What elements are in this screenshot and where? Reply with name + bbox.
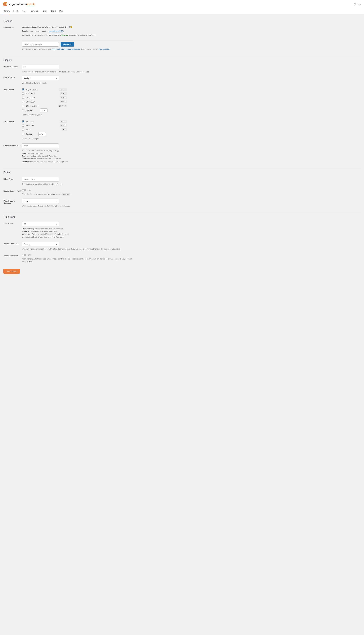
date-format-option: May 24, 2024 F j, Y xyxy=(22,88,67,91)
max-events-input[interactable] xyxy=(22,65,59,69)
default-event-calendar-desc: When adding a new Event, this Calendar w… xyxy=(22,205,113,208)
upgrade-link[interactable]: upgrading to PRO xyxy=(49,30,63,32)
start-of-week-desc: Select the first day of the week. xyxy=(22,82,113,84)
time-format-radio-0[interactable] xyxy=(22,120,24,123)
code-badge: F j, Y xyxy=(59,88,67,91)
license-line3: As a valued Sugar Calendar Lite user you… xyxy=(22,34,133,37)
license-line2: To unlock more features, consider upgrad… xyxy=(22,30,133,33)
editor-type-select[interactable]: Classic Editor⌄ xyxy=(22,177,59,181)
chevron-down-icon: ⌄ xyxy=(56,243,57,245)
license-title: License xyxy=(4,20,360,23)
time-format-custom-input[interactable] xyxy=(38,132,46,136)
code-badge: jS F, Y xyxy=(58,105,67,107)
license-key-input[interactable] xyxy=(22,42,59,47)
enable-custom-fields-desc: Allow developers to extend post types th… xyxy=(22,193,113,196)
help-icon xyxy=(354,3,356,5)
max-events-label: Maximum Events xyxy=(4,65,22,68)
license-help: Your license key can be found in your Su… xyxy=(22,48,133,51)
date-format-option: 05/24/2024 m/d/Y xyxy=(22,96,67,99)
tab-payments[interactable]: Payments xyxy=(30,8,38,14)
help-link[interactable]: Help xyxy=(354,3,360,5)
date-format-option: 24/05/2024 d/m/Y xyxy=(22,100,67,103)
default-time-zone-desc: When time zones are enabled, new Events … xyxy=(22,248,133,250)
enable-custom-fields-state: OFF xyxy=(28,189,31,191)
time-format-radio-custom[interactable] xyxy=(22,133,24,135)
signup-link[interactable]: Sign up today! xyxy=(99,48,110,50)
time-zones-select[interactable]: Off⌄ xyxy=(22,222,59,226)
visitor-conversion-label: Visitor Conversion xyxy=(4,254,22,257)
date-format-option: 2024-05-24 Y-m-d xyxy=(22,92,67,95)
chevron-down-icon: ⌄ xyxy=(56,200,57,202)
chevron-down-icon: ⌄ xyxy=(56,223,57,225)
time-format-preview: Looks Like: 11:16 pm xyxy=(22,137,113,140)
editor-type-label: Editor Type xyxy=(4,177,22,180)
editing-title: Editing xyxy=(4,171,360,174)
time-format-radio-1[interactable] xyxy=(22,124,24,127)
tab-general[interactable]: General xyxy=(4,8,10,14)
tabs-nav: General Feeds Maps Payments Tickets Zapi… xyxy=(0,8,364,14)
visitor-conversion-toggle[interactable] xyxy=(22,254,26,256)
license-line1: You're using Sugar Calendar Lite - no li… xyxy=(22,26,133,29)
date-format-radio-1[interactable] xyxy=(22,92,24,95)
date-format-preview: Looks Like: May 24, 2024 xyxy=(22,114,113,116)
calendar-day-colors-label: Calendar Day Colors xyxy=(4,143,22,146)
time-format-option: 11:16 PM g:i A xyxy=(22,124,67,127)
code-badge: d/m/Y xyxy=(60,101,67,103)
date-format-radio-0[interactable] xyxy=(22,88,24,91)
date-format-label: Date Format xyxy=(4,88,22,91)
time-format-radio-2[interactable] xyxy=(22,129,24,131)
chevron-down-icon: ⌄ xyxy=(56,178,57,180)
logo: sugarcalendarevents xyxy=(4,2,35,6)
svg-point-1 xyxy=(355,5,355,5)
date-format-radio-4[interactable] xyxy=(22,105,24,107)
verify-key-button[interactable]: Verify Key xyxy=(60,42,74,47)
time-format-option-custom: Custom xyxy=(22,132,67,136)
enable-custom-fields-toggle[interactable] xyxy=(22,189,26,191)
visitor-conversion-state: OFF xyxy=(28,254,31,256)
calendar-icon xyxy=(4,2,7,6)
code-badge: g:i A xyxy=(60,124,67,127)
default-event-calendar-label: Default Event Calendar xyxy=(4,199,22,204)
tab-zapier[interactable]: Zapier xyxy=(51,8,56,14)
logo-text: sugarcalendarevents xyxy=(8,3,35,6)
default-event-calendar-select[interactable]: Events⌄ xyxy=(22,199,59,203)
code-badge: m/d/Y xyxy=(60,96,67,99)
start-of-week-label: Start of Week xyxy=(4,76,22,79)
display-title: Display xyxy=(4,59,360,62)
timezone-title: Time Zone xyxy=(4,215,360,218)
time-format-label: Time Format xyxy=(4,120,22,123)
save-settings-button[interactable]: Save Settings xyxy=(4,269,20,273)
calendar-day-colors-select[interactable]: Blend⌄ xyxy=(22,143,59,148)
code-badge: g:i a xyxy=(60,120,67,123)
tab-maps[interactable]: Maps xyxy=(22,8,26,14)
max-events-desc: Number of events to include in any theme… xyxy=(22,71,113,73)
editor-type-desc: The interface to use when adding or edit… xyxy=(22,183,113,186)
visitor-conversion-desc: Attempts to update theme-side Event time… xyxy=(22,258,133,263)
tab-misc[interactable]: Misc xyxy=(60,8,63,14)
start-of-week-select[interactable]: Sunday⌄ xyxy=(22,76,59,80)
license-key-label: License Key xyxy=(4,26,22,29)
date-format-radio-custom[interactable] xyxy=(22,109,24,111)
time-format-option: 11:16 pm g:i a xyxy=(22,120,67,123)
code-badge: Y-m-d xyxy=(60,92,67,95)
default-time-zone-select[interactable]: Floating⌄ xyxy=(22,242,59,246)
account-dashboard-link[interactable]: Sugar Calendar Account Dashboard xyxy=(52,48,80,50)
tab-feeds[interactable]: Feeds xyxy=(13,8,18,14)
default-time-zone-label: Default Time Zone xyxy=(4,242,22,245)
chevron-down-icon: ⌄ xyxy=(56,145,57,147)
time-zones-desc: Off by default (Existing time zone data … xyxy=(22,227,113,239)
date-format-option-custom: Custom xyxy=(22,109,67,112)
time-zones-label: Time Zones xyxy=(4,222,22,225)
date-format-custom-input[interactable] xyxy=(40,109,48,112)
chevron-down-icon: ⌄ xyxy=(56,77,57,79)
date-format-radio-3[interactable] xyxy=(22,101,24,103)
date-format-option: 24th May, 2024 jS F, Y xyxy=(22,104,67,108)
enable-custom-fields-label: Enable Custom Fields xyxy=(4,189,22,192)
calendar-day-colors-desc: The theme-side Calendar Color styling st… xyxy=(22,149,113,163)
tab-tickets[interactable]: Tickets xyxy=(42,8,47,14)
code-badge: H:i xyxy=(62,128,67,131)
date-format-radio-2[interactable] xyxy=(22,97,24,99)
time-format-option: 23:16 H:i xyxy=(22,128,67,131)
